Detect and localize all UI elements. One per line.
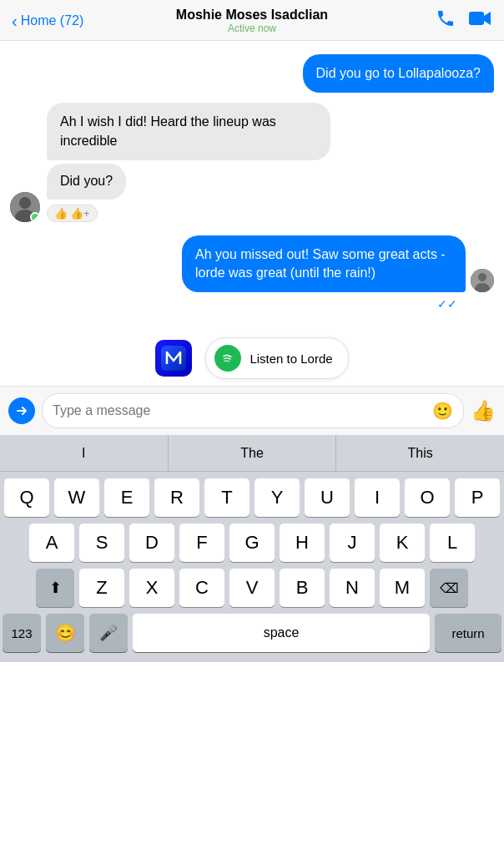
contact-name: Moshie Moses Isadclian	[176, 8, 328, 23]
read-receipt: ✓✓	[10, 297, 494, 311]
thumbs-up-button[interactable]: 👍	[471, 399, 496, 422]
key-R[interactable]: R	[154, 478, 199, 517]
self-avatar-small	[471, 269, 494, 292]
keyboard: I The This Q W E R T Y U I O P A S D F G…	[0, 435, 504, 662]
key-U[interactable]: U	[305, 478, 350, 517]
key-rows: Q W E R T Y U I O P A S D F G H J K L ⬆ …	[0, 472, 504, 607]
emoji-button[interactable]: 🙂	[432, 401, 453, 421]
predictive-item-3[interactable]: This	[336, 435, 504, 471]
video-call-icon[interactable]	[469, 10, 492, 32]
contact-avatar	[10, 192, 40, 222]
suggestion-row: Listen to Lorde	[0, 324, 504, 386]
sent-bubble-1: Did you go to Lollapalooza?	[303, 54, 494, 93]
key-S[interactable]: S	[79, 524, 124, 562]
m-app-icon[interactable]	[155, 340, 192, 377]
svg-point-2	[19, 197, 31, 209]
message-row-4: Ah you missed out! Saw some great acts -…	[10, 235, 494, 293]
predictive-item-2[interactable]: The	[169, 435, 337, 471]
sent-text-2: Ah you missed out! Saw some great acts -…	[195, 247, 446, 280]
back-label[interactable]: Home (72)	[21, 13, 84, 28]
shift-key[interactable]: ⬆	[36, 569, 74, 607]
key-N[interactable]: N	[330, 569, 375, 607]
microphone-key[interactable]: 🎤	[89, 614, 128, 652]
key-J[interactable]: J	[330, 524, 375, 562]
chat-area: Did you go to Lollapalooza? Ah I wish I …	[0, 41, 504, 324]
key-B[interactable]: B	[280, 569, 325, 607]
reaction-label: 👍+	[70, 207, 90, 220]
spotify-icon	[214, 345, 241, 372]
back-chevron-icon: ‹	[12, 12, 18, 31]
thumbs-reaction: 👍 👍+	[47, 205, 98, 222]
key-C[interactable]: C	[179, 569, 224, 607]
call-icon[interactable]	[436, 8, 456, 33]
message-input-wrap: 🙂	[42, 393, 464, 428]
predictive-bar: I The This	[0, 435, 504, 472]
numbers-key[interactable]: 123	[3, 614, 41, 652]
space-key[interactable]: space	[133, 614, 430, 652]
key-E[interactable]: E	[104, 478, 149, 517]
spotify-label: Listen to Lorde	[249, 352, 332, 366]
key-K[interactable]: K	[380, 524, 425, 562]
key-V[interactable]: V	[229, 569, 275, 607]
contact-info: Moshie Moses Isadclian Active now	[176, 8, 328, 34]
received-text-2: Did you?	[60, 174, 113, 188]
return-key[interactable]: return	[435, 614, 501, 652]
key-T[interactable]: T	[204, 478, 249, 517]
key-Q[interactable]: Q	[4, 478, 49, 517]
online-dot	[30, 212, 40, 222]
message-input[interactable]	[53, 403, 426, 418]
key-G[interactable]: G	[229, 524, 275, 562]
received-bubble-1: Ah I wish I did! Heard the lineup was in…	[47, 103, 330, 160]
bottom-row: 123 😊 🎤 space return	[0, 607, 504, 662]
key-X[interactable]: X	[129, 569, 174, 607]
key-H[interactable]: H	[280, 524, 325, 562]
header-actions	[436, 8, 492, 33]
key-M[interactable]: M	[380, 569, 425, 607]
delete-key[interactable]: ⌫	[430, 569, 468, 607]
received-bubble-2: Did you?	[47, 164, 126, 199]
key-I[interactable]: I	[355, 478, 400, 517]
sent-bubble-2: Ah you missed out! Saw some great acts -…	[182, 235, 466, 293]
key-P[interactable]: P	[455, 478, 500, 517]
message-row-2: Ah I wish I did! Heard the lineup was in…	[10, 103, 494, 221]
key-L[interactable]: L	[430, 524, 475, 562]
header: ‹ Home (72) Moshie Moses Isadclian Activ…	[0, 0, 504, 41]
emoji-key[interactable]: 😊	[46, 614, 84, 652]
key-Y[interactable]: Y	[255, 478, 300, 517]
sent-text-1: Did you go to Lollapalooza?	[316, 66, 481, 80]
key-F[interactable]: F	[179, 524, 224, 562]
spotify-suggestion[interactable]: Listen to Lorde	[205, 337, 348, 379]
received-text-1: Ah I wish I did! Heard the lineup was in…	[60, 114, 276, 147]
reaction-area: 👍 👍+	[47, 205, 330, 222]
message-row-1: Did you go to Lollapalooza?	[10, 54, 494, 93]
double-check-icon: ✓✓	[437, 297, 457, 311]
svg-point-5	[478, 273, 486, 281]
back-button[interactable]: ‹ Home (72)	[12, 12, 83, 31]
predictive-item-1[interactable]: I	[0, 435, 169, 471]
key-A[interactable]: A	[29, 524, 74, 562]
key-O[interactable]: O	[405, 478, 450, 517]
key-row-3: ⬆ Z X C V B N M ⌫	[3, 569, 501, 607]
input-bar: 🙂 👍	[0, 386, 504, 435]
key-Z[interactable]: Z	[79, 569, 124, 607]
svg-rect-0	[469, 12, 484, 25]
svg-rect-7	[161, 346, 186, 371]
key-row-2: A S D F G H J K L	[3, 524, 501, 562]
send-button[interactable]	[8, 397, 35, 424]
key-row-1: Q W E R T Y U I O P	[3, 478, 501, 517]
key-W[interactable]: W	[54, 478, 99, 517]
key-D[interactable]: D	[129, 524, 174, 562]
active-status: Active now	[176, 23, 328, 34]
